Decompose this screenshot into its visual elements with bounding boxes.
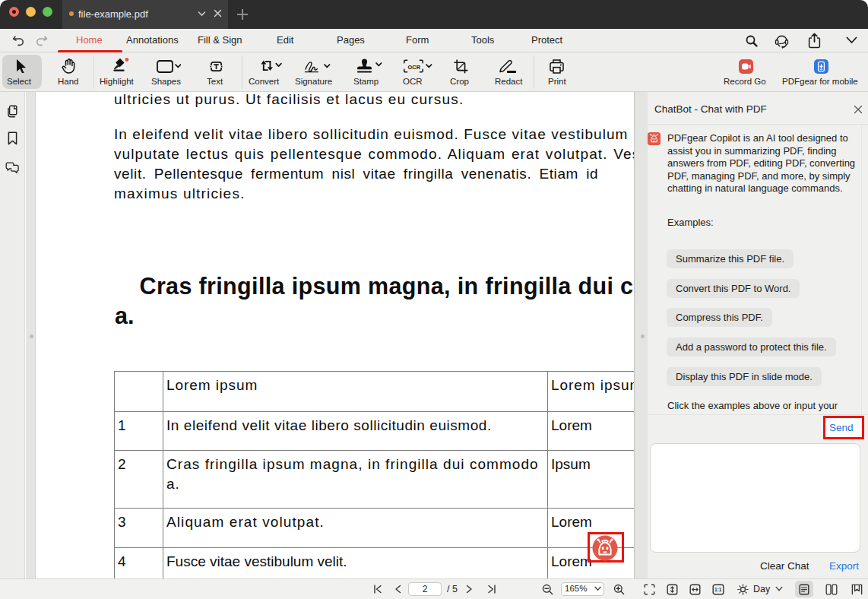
- svg-text:OCR: OCR: [408, 64, 421, 71]
- svg-text:1:1: 1:1: [714, 587, 722, 592]
